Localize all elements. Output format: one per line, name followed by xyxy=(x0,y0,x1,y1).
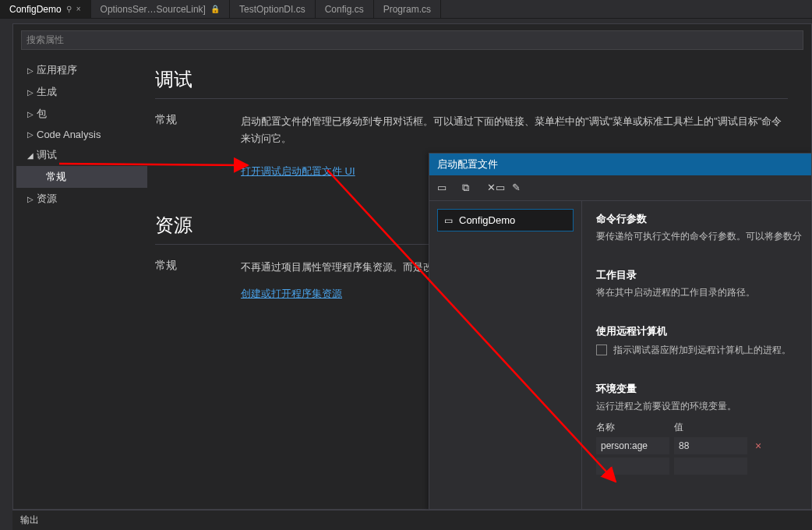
new-profile-icon[interactable]: ▭ xyxy=(437,182,450,194)
copy-profile-icon[interactable]: ⧉ xyxy=(462,182,475,194)
open-launch-profiles-link[interactable]: 打开调试启动配置文件 UI xyxy=(241,165,355,177)
document-tabstrip: ConfigDemo ⚲ × OptionsSer…SourceLink] 🔒 … xyxy=(0,0,812,19)
create-open-resources-link[interactable]: 创建或打开程序集资源 xyxy=(241,288,342,299)
sidenav-item-codeanalysis[interactable]: ▷ Code Analysis xyxy=(16,125,147,144)
properties-sidenav: ▷ 应用程序 ▷ 生成 ▷ 包 ▷ Code Analysis ◢ 调试 常规 … xyxy=(13,55,147,511)
tab-testoptiondi[interactable]: TestOptionDI.cs xyxy=(230,0,316,18)
cmdargs-heading: 命令行参数 xyxy=(596,212,805,226)
tab-configdemo[interactable]: ConfigDemo ⚲ × xyxy=(0,0,91,18)
chevron-right-icon: ▷ xyxy=(27,110,34,118)
remote-checkbox[interactable] xyxy=(596,344,607,355)
close-icon[interactable]: × xyxy=(76,5,81,13)
envvars-col-name: 名称 xyxy=(596,421,669,434)
search-properties-input[interactable]: 搜索属性 xyxy=(21,30,803,50)
rename-profile-icon[interactable]: ✎ xyxy=(512,182,524,194)
sidenav-item-label: Code Analysis xyxy=(37,129,101,140)
profile-item-configdemo[interactable]: ▭ ConfigDemo xyxy=(437,209,574,231)
sidenav-item-label: 资源 xyxy=(37,192,57,206)
chevron-right-icon: ▷ xyxy=(27,66,34,75)
launch-profiles-dialog: 启动配置文件 ▭ ⧉ ✕▭ ✎ ▭ ConfigDemo 命令行参数 要传递给可… xyxy=(429,153,812,510)
envvars-heading: 环境变量 xyxy=(596,382,805,396)
debug-general-text: 启动配置文件的管理已移动到专用对话框。可以通过下面的链接、菜单栏中的"调试"菜单… xyxy=(241,113,788,147)
cmdargs-desc: 要传递给可执行文件的命令行参数。可以将参数分 xyxy=(596,229,805,243)
tab-config[interactable]: Config.cs xyxy=(316,0,374,18)
delete-profile-icon[interactable]: ✕▭ xyxy=(487,182,500,194)
row-label-general: 常规 xyxy=(155,259,225,273)
tab-label: ConfigDemo xyxy=(9,4,62,15)
chevron-down-icon: ◢ xyxy=(27,151,34,160)
profile-list: ▭ ConfigDemo xyxy=(429,201,582,509)
remote-desc: 指示调试器应附加到远程计算机上的进程。 xyxy=(613,343,791,357)
lock-icon: 🔒 xyxy=(210,5,220,13)
envvars-col-value: 值 xyxy=(674,421,747,434)
envvar-row xyxy=(596,458,805,475)
window-icon: ▭ xyxy=(444,215,453,226)
envvars-desc: 运行进程之前要设置的环境变量。 xyxy=(596,399,805,413)
tab-program[interactable]: Program.cs xyxy=(374,0,441,18)
tab-label: Program.cs xyxy=(383,4,431,15)
row-label-general: 常规 xyxy=(155,113,225,127)
output-panel-header[interactable]: 输出 xyxy=(12,510,812,530)
dialog-toolbar: ▭ ⧉ ✕▭ ✎ xyxy=(429,175,811,201)
tab-label: Config.cs xyxy=(325,4,364,15)
profile-settings: 命令行参数 要传递给可执行文件的命令行参数。可以将参数分 工作目录 将在其中启动… xyxy=(582,201,811,509)
tab-optionsservice[interactable]: OptionsSer…SourceLink] 🔒 xyxy=(91,0,230,18)
sidenav-subitem-general[interactable]: 常规 xyxy=(16,166,147,188)
workdir-desc: 将在其中启动进程的工作目录的路径。 xyxy=(596,285,805,299)
pin-icon[interactable]: ⚲ xyxy=(66,5,72,13)
sidenav-item-package[interactable]: ▷ 包 xyxy=(16,103,147,125)
tab-label: TestOptionDI.cs xyxy=(239,4,305,15)
remote-heading: 使用远程计算机 xyxy=(596,324,805,338)
envvar-name-input[interactable] xyxy=(596,458,669,475)
chevron-right-icon: ▷ xyxy=(27,195,34,203)
profile-item-label: ConfigDemo xyxy=(459,214,515,226)
sidenav-item-debug[interactable]: ◢ 调试 xyxy=(16,144,147,166)
envvar-name-input[interactable] xyxy=(596,437,669,454)
sidenav-item-label: 调试 xyxy=(37,148,57,162)
sidenav-item-label: 生成 xyxy=(37,85,57,99)
envvar-value-input[interactable] xyxy=(674,437,747,454)
dialog-title: 启动配置文件 xyxy=(429,154,811,175)
sidenav-item-application[interactable]: ▷ 应用程序 xyxy=(16,59,147,81)
chevron-right-icon: ▷ xyxy=(27,88,34,97)
chevron-right-icon: ▷ xyxy=(27,130,34,139)
envvar-row: × xyxy=(596,437,805,454)
divider xyxy=(155,98,788,99)
delete-row-icon[interactable]: × xyxy=(752,440,764,452)
workdir-heading: 工作目录 xyxy=(596,268,805,282)
tab-label: OptionsSer…SourceLink] xyxy=(101,4,206,15)
section-heading-debug: 调试 xyxy=(155,67,788,92)
sidenav-item-resources[interactable]: ▷ 资源 xyxy=(16,188,147,210)
sidenav-item-build[interactable]: ▷ 生成 xyxy=(16,81,147,103)
sidenav-item-label: 包 xyxy=(37,107,47,121)
envvar-value-input[interactable] xyxy=(674,458,747,475)
sidenav-item-label: 应用程序 xyxy=(37,63,77,77)
